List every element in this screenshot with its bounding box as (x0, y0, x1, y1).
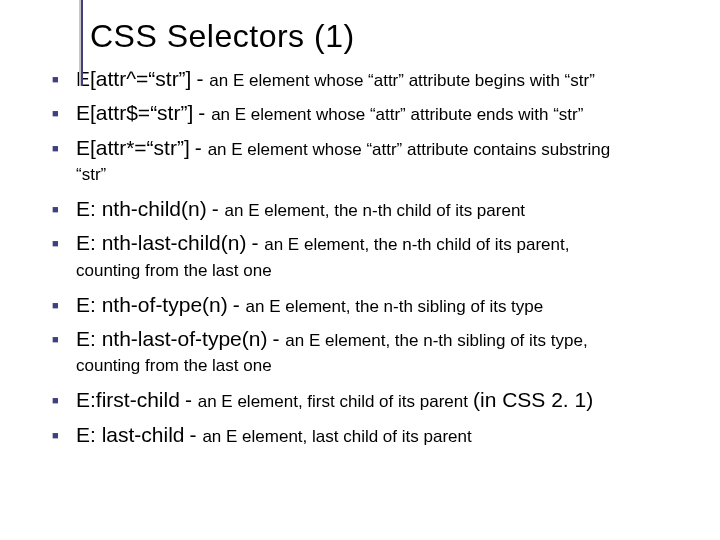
dash: - (272, 327, 285, 350)
bullet-icon: ■ (52, 65, 76, 87)
line: E: nth-of-type(n) - an E element, the n-… (76, 291, 692, 319)
dash: - (190, 423, 203, 446)
line: E: nth-last-child(n) - an E element, the… (76, 229, 692, 257)
line: E: nth-child(n) - an E element, the n-th… (76, 195, 692, 223)
line: E:first-child - an E element, first chil… (76, 386, 692, 414)
description-text: an E element, first child of its parent (198, 392, 468, 411)
bullet-icon: ■ (52, 325, 76, 347)
dash: - (185, 388, 198, 411)
line: E: last-child - an E element, last child… (76, 421, 692, 449)
description-text: an E element whose “attr” attribute cont… (208, 140, 611, 159)
dash: - (196, 67, 209, 90)
slide-title: CSS Selectors (1) (90, 18, 692, 55)
list-item: ■ E:first-child - an E element, first ch… (52, 386, 692, 414)
list-item: ■ E[attr*=“str”] - an E element whose “a… (52, 134, 692, 162)
selector-text: E: nth-last-child(n) (76, 231, 246, 254)
description-text: an E element, the n-th sibling of its ty… (285, 331, 587, 350)
description-text: an E element, last child of its parent (202, 427, 471, 446)
line: E[attr^=“str”] - an E element whose “att… (76, 65, 692, 93)
bullet-icon: ■ (52, 134, 76, 156)
list-item: ■ E: nth-last-of-type(n) - an E element,… (52, 325, 692, 353)
selector-text: E: nth-of-type(n) (76, 293, 228, 316)
description-text: an E element whose “attr” attribute ends… (211, 105, 583, 124)
selector-text: E[attr^=“str”] (76, 67, 191, 90)
bullet-icon: ■ (52, 386, 76, 408)
title-wrap: CSS Selectors (1) (40, 18, 692, 55)
bullet-icon: ■ (52, 291, 76, 313)
content: ■ E[attr^=“str”] - an E element whose “a… (40, 65, 692, 449)
selector-text: E[attr$=“str”] (76, 101, 193, 124)
description-text: an E element, the n-th sibling of its ty… (246, 297, 544, 316)
list-item: ■ E: last-child - an E element, last chi… (52, 421, 692, 449)
bullet-icon: ■ (52, 195, 76, 217)
description-text: an E element, the n-th child of its pare… (225, 201, 526, 220)
slide: CSS Selectors (1) ■ E[attr^=“str”] - an … (0, 0, 720, 540)
list-item: ■ E[attr$=“str”] - an E element whose “a… (52, 99, 692, 127)
line: E: nth-last-of-type(n) - an E element, t… (76, 325, 692, 353)
dash: - (212, 197, 225, 220)
selector-text: E: nth-last-of-type(n) (76, 327, 267, 350)
continuation-text: “str” (76, 164, 692, 187)
line: E[attr$=“str”] - an E element whose “att… (76, 99, 692, 127)
dash: - (251, 231, 264, 254)
selector-text: E: last-child (76, 423, 185, 446)
selector-text: E[attr*=“str”] (76, 136, 190, 159)
description-text: an E element, the n-th child of its pare… (264, 235, 569, 254)
continuation-text: counting from the last one (76, 355, 692, 378)
selector-text: E:first-child (76, 388, 180, 411)
bullet-icon: ■ (52, 99, 76, 121)
bullet-icon: ■ (52, 229, 76, 251)
bullet-icon: ■ (52, 421, 76, 443)
list-item: ■ E: nth-of-type(n) - an E element, the … (52, 291, 692, 319)
title-rule (81, 0, 83, 86)
description-text: an E element whose “attr” attribute begi… (209, 71, 595, 90)
dash: - (195, 136, 208, 159)
line: E[attr*=“str”] - an E element whose “att… (76, 134, 692, 162)
selector-text: E: nth-child(n) (76, 197, 207, 220)
dash: - (198, 101, 211, 124)
list-item: ■ E: nth-child(n) - an E element, the n-… (52, 195, 692, 223)
list-item: ■ E[attr^=“str”] - an E element whose “a… (52, 65, 692, 93)
list-item: ■ E: nth-last-child(n) - an E element, t… (52, 229, 692, 257)
dash: - (233, 293, 246, 316)
continuation-text: counting from the last one (76, 260, 692, 283)
trailer-text: (in CSS 2. 1) (473, 388, 593, 411)
